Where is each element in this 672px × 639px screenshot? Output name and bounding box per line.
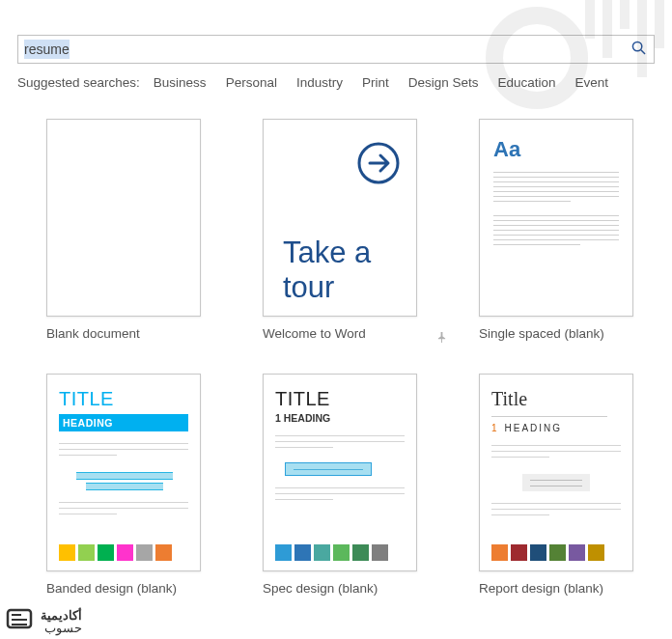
- highlight-line: [86, 483, 163, 490]
- arrow-right-icon: [356, 141, 401, 189]
- highlight-block: [285, 462, 372, 476]
- suggested-link-print[interactable]: Print: [362, 75, 389, 90]
- highlight-line: [76, 472, 173, 480]
- template-single-spaced[interactable]: Aa Single spaced (blank): [479, 119, 662, 341]
- doc-heading: 1 HEADING: [275, 412, 405, 424]
- template-thumb: Aa: [479, 119, 633, 317]
- tour-text: Take a tour: [283, 236, 406, 304]
- template-thumb: Title 1HEADING: [479, 374, 633, 571]
- suggested-label: Suggested searches:: [17, 75, 140, 90]
- doc-title: TITLE: [275, 388, 405, 410]
- suggested-link-business[interactable]: Business: [154, 75, 207, 90]
- svg-rect-2: [620, 0, 630, 29]
- para-lines: [491, 445, 621, 462]
- template-thumb: Take a tour: [263, 119, 417, 317]
- suggested-searches: Suggested searches: Business Personal In…: [17, 75, 655, 90]
- template-blank-document[interactable]: Blank document: [46, 119, 230, 341]
- color-swatches: [275, 544, 405, 561]
- search-input[interactable]: resume: [18, 42, 623, 57]
- suggested-link-event[interactable]: Event: [575, 75, 609, 90]
- aa-sample: Aa: [493, 137, 619, 162]
- pin-icon[interactable]: [436, 332, 447, 345]
- template-label: Blank document: [46, 326, 230, 341]
- search-icon: [631, 41, 646, 58]
- color-swatches: [491, 544, 621, 561]
- text-lines: [493, 172, 619, 245]
- template-welcome-to-word[interactable]: Take a tour Welcome to Word: [263, 119, 446, 341]
- suggested-link-design-sets[interactable]: Design Sets: [408, 75, 479, 90]
- template-label: Report design (blank): [479, 581, 662, 596]
- para-lines: [491, 503, 621, 520]
- search-button[interactable]: [623, 36, 654, 63]
- template-banded-design[interactable]: TITLE HEADING Banded design (blank): [46, 374, 230, 571]
- template-label: Welcome to Word: [263, 326, 446, 341]
- suggested-link-education[interactable]: Education: [498, 75, 556, 90]
- template-thumb: TITLE 1 HEADING: [263, 374, 417, 571]
- template-thumb: TITLE HEADING: [46, 374, 201, 571]
- search-bar: resume: [17, 35, 655, 64]
- footer-text-top: أكاديمية: [41, 609, 82, 622]
- template-thumb: [46, 119, 201, 317]
- para-lines: [59, 443, 188, 460]
- para-lines: [275, 435, 405, 453]
- footer-logo: أكاديمية حسوب: [6, 607, 82, 635]
- para-lines: [59, 502, 188, 519]
- svg-rect-0: [585, 0, 595, 39]
- svg-rect-4: [655, 0, 664, 48]
- hsoub-icon: [6, 607, 35, 635]
- svg-line-7: [640, 50, 644, 54]
- template-gallery: Blank document Take a tour Welcome to Wo…: [46, 119, 672, 571]
- doc-heading: 1HEADING: [491, 423, 621, 433]
- template-label: Single spaced (blank): [479, 326, 662, 341]
- suggested-link-industry[interactable]: Industry: [296, 75, 343, 90]
- doc-heading: HEADING: [59, 414, 188, 431]
- doc-title: Title: [491, 388, 621, 410]
- footer-text-bottom: حسوب: [41, 622, 82, 634]
- template-label: Spec design (blank): [263, 581, 446, 596]
- template-label: Banded design (blank): [46, 581, 230, 596]
- svg-point-6: [632, 42, 641, 50]
- color-swatches: [59, 544, 188, 561]
- doc-title: TITLE: [59, 388, 188, 410]
- para-lines: [275, 487, 405, 505]
- template-spec-design[interactable]: TITLE 1 HEADING Spec design (blank): [263, 374, 446, 571]
- highlight-block: [522, 474, 590, 491]
- template-report-design[interactable]: Title 1HEADING Report design (blank): [479, 374, 662, 571]
- divider: [491, 416, 607, 417]
- suggested-link-personal[interactable]: Personal: [226, 75, 277, 90]
